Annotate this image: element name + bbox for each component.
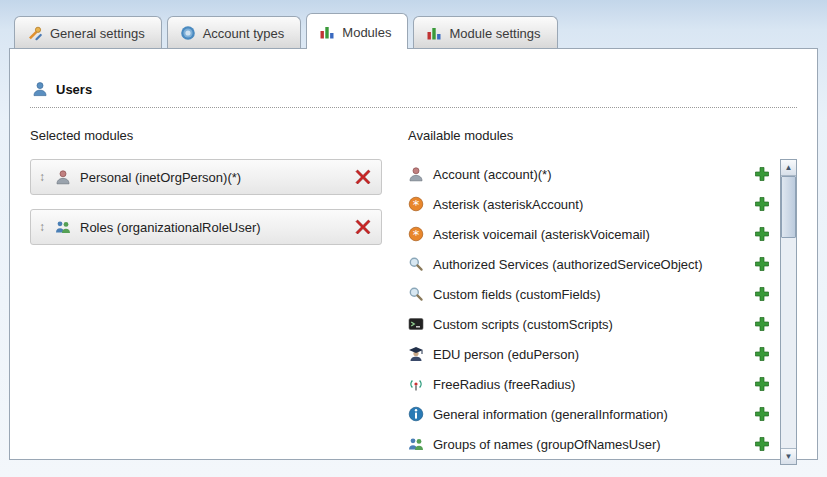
tab-label: General settings bbox=[50, 26, 145, 41]
tools-icon bbox=[27, 25, 43, 41]
add-icon bbox=[754, 166, 770, 182]
badge-icon bbox=[180, 25, 196, 41]
available-module-row: Custom scripts (customScripts) bbox=[408, 309, 780, 339]
module-label: Roles (organizationalRoleUser) bbox=[80, 220, 355, 235]
module-label: Personal (inetOrgPerson)(*) bbox=[80, 170, 355, 185]
group-icon bbox=[408, 436, 424, 452]
available-module-row: Authorized Services (authorizedServiceOb… bbox=[408, 249, 780, 279]
users-icon bbox=[32, 81, 48, 97]
svg-text:*: * bbox=[413, 227, 420, 242]
scrollbar[interactable]: ▲ ▼ bbox=[780, 159, 797, 465]
asterisk-icon: * bbox=[408, 196, 424, 212]
module-label: General information (generalInformation) bbox=[433, 407, 745, 422]
add-icon bbox=[754, 406, 770, 422]
module-label: FreeRadius (freeRadius) bbox=[433, 377, 745, 392]
content-panel: Users Selected modules ↕ Personal (inetO… bbox=[9, 48, 818, 460]
group-icon bbox=[55, 219, 71, 235]
tab-general-settings[interactable]: General settings bbox=[14, 16, 162, 48]
add-icon bbox=[754, 316, 770, 332]
add-icon bbox=[754, 376, 770, 392]
chart-icon bbox=[319, 24, 335, 40]
add-module-button[interactable] bbox=[754, 376, 770, 392]
add-icon bbox=[754, 256, 770, 272]
scrollbar-thumb[interactable] bbox=[781, 176, 796, 238]
scroll-down-button[interactable]: ▼ bbox=[781, 448, 796, 464]
add-module-button[interactable] bbox=[754, 256, 770, 272]
delete-icon bbox=[355, 169, 371, 185]
available-module-row: EDU person (eduPerson) bbox=[408, 339, 780, 369]
module-label: Authorized Services (authorizedServiceOb… bbox=[433, 257, 745, 272]
section-header: Users bbox=[30, 67, 797, 108]
add-module-button[interactable] bbox=[754, 436, 770, 452]
add-module-button[interactable] bbox=[754, 226, 770, 242]
available-modules-list: Available modules Account (account)(*) *… bbox=[408, 112, 780, 465]
tab-account-types[interactable]: Account types bbox=[167, 16, 302, 48]
info-icon bbox=[408, 406, 424, 422]
module-label: Custom fields (customFields) bbox=[433, 287, 745, 302]
add-module-button[interactable] bbox=[754, 196, 770, 212]
delete-icon bbox=[355, 219, 371, 235]
delete-module-button[interactable] bbox=[355, 219, 371, 235]
chart-icon bbox=[426, 25, 442, 41]
add-icon bbox=[754, 286, 770, 302]
available-module-row: * Asterisk (asteriskAccount) bbox=[408, 189, 780, 219]
available-module-row: Custom fields (customFields) bbox=[408, 279, 780, 309]
antenna-icon bbox=[408, 376, 424, 392]
add-module-button[interactable] bbox=[754, 406, 770, 422]
graduate-icon bbox=[408, 346, 424, 362]
available-module-row: * Asterisk voicemail (asteriskVoicemail) bbox=[408, 219, 780, 249]
section-title: Users bbox=[56, 82, 92, 97]
selected-module-row[interactable]: ↕ Roles (organizationalRoleUser) bbox=[30, 209, 382, 245]
add-module-button[interactable] bbox=[754, 286, 770, 302]
tab-label: Modules bbox=[342, 25, 391, 40]
add-icon bbox=[754, 226, 770, 242]
tab-label: Account types bbox=[203, 26, 285, 41]
available-module-row: General information (generalInformation) bbox=[408, 399, 780, 429]
scroll-up-button[interactable]: ▲ bbox=[781, 160, 796, 176]
tab-module-settings[interactable]: Module settings bbox=[413, 16, 557, 48]
add-icon bbox=[754, 196, 770, 212]
selected-modules-heading: Selected modules bbox=[30, 128, 408, 143]
svg-text:*: * bbox=[413, 197, 420, 212]
person-icon bbox=[55, 169, 71, 185]
tab-bar: General settings Account types Modules M… bbox=[0, 0, 827, 48]
available-module-row: Account (account)(*) bbox=[408, 159, 780, 189]
drag-handle-icon[interactable]: ↕ bbox=[39, 170, 45, 184]
module-label: Asterisk (asteriskAccount) bbox=[433, 197, 745, 212]
terminal-icon bbox=[408, 316, 424, 332]
available-modules-heading: Available modules bbox=[408, 128, 780, 143]
tab-modules[interactable]: Modules bbox=[306, 13, 408, 49]
module-label: EDU person (eduPerson) bbox=[433, 347, 745, 362]
available-module-row: Groups of names (groupOfNamesUser) bbox=[408, 429, 780, 459]
module-label: Custom scripts (customScripts) bbox=[433, 317, 745, 332]
asterisk-icon: * bbox=[408, 226, 424, 242]
add-module-button[interactable] bbox=[754, 316, 770, 332]
add-module-button[interactable] bbox=[754, 346, 770, 362]
add-icon bbox=[754, 346, 770, 362]
module-label: Account (account)(*) bbox=[433, 167, 745, 182]
magnifier-icon bbox=[408, 256, 424, 272]
add-module-button[interactable] bbox=[754, 166, 770, 182]
add-icon bbox=[754, 436, 770, 452]
delete-module-button[interactable] bbox=[355, 169, 371, 185]
scrollbar-track[interactable] bbox=[781, 176, 796, 448]
selected-module-row[interactable]: ↕ Personal (inetOrgPerson)(*) bbox=[30, 159, 382, 195]
module-label: Groups of names (groupOfNamesUser) bbox=[433, 437, 745, 452]
tab-label: Module settings bbox=[449, 26, 540, 41]
magnifier-icon bbox=[408, 286, 424, 302]
drag-handle-icon[interactable]: ↕ bbox=[39, 220, 45, 234]
account-icon bbox=[408, 166, 424, 182]
module-label: Asterisk voicemail (asteriskVoicemail) bbox=[433, 227, 745, 242]
available-module-row: FreeRadius (freeRadius) bbox=[408, 369, 780, 399]
